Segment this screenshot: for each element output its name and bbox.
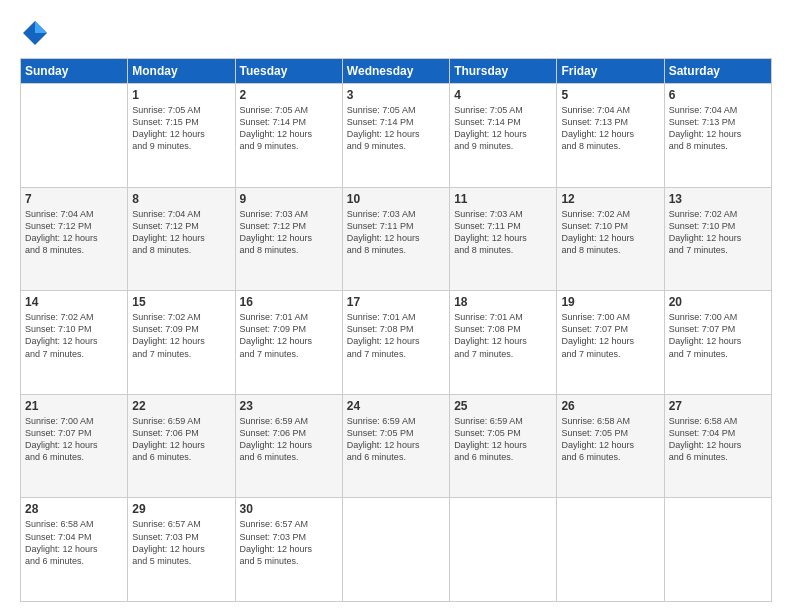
day-number: 17 (347, 295, 445, 309)
day-number: 18 (454, 295, 552, 309)
calendar-cell (342, 498, 449, 602)
calendar-cell: 10Sunrise: 7:03 AM Sunset: 7:11 PM Dayli… (342, 187, 449, 291)
calendar-cell: 29Sunrise: 6:57 AM Sunset: 7:03 PM Dayli… (128, 498, 235, 602)
calendar-cell: 28Sunrise: 6:58 AM Sunset: 7:04 PM Dayli… (21, 498, 128, 602)
svg-marker-1 (35, 21, 47, 33)
calendar-cell: 14Sunrise: 7:02 AM Sunset: 7:10 PM Dayli… (21, 291, 128, 395)
weekday-header: Friday (557, 59, 664, 84)
day-number: 2 (240, 88, 338, 102)
day-number: 7 (25, 192, 123, 206)
calendar-cell: 15Sunrise: 7:02 AM Sunset: 7:09 PM Dayli… (128, 291, 235, 395)
day-number: 13 (669, 192, 767, 206)
day-info: Sunrise: 6:58 AM Sunset: 7:04 PM Dayligh… (25, 518, 123, 567)
day-info: Sunrise: 6:58 AM Sunset: 7:04 PM Dayligh… (669, 415, 767, 464)
day-number: 15 (132, 295, 230, 309)
day-info: Sunrise: 7:03 AM Sunset: 7:12 PM Dayligh… (240, 208, 338, 257)
day-number: 23 (240, 399, 338, 413)
day-number: 6 (669, 88, 767, 102)
day-info: Sunrise: 6:59 AM Sunset: 7:05 PM Dayligh… (454, 415, 552, 464)
logo (20, 18, 56, 48)
calendar-cell: 30Sunrise: 6:57 AM Sunset: 7:03 PM Dayli… (235, 498, 342, 602)
calendar-cell: 17Sunrise: 7:01 AM Sunset: 7:08 PM Dayli… (342, 291, 449, 395)
day-info: Sunrise: 6:58 AM Sunset: 7:05 PM Dayligh… (561, 415, 659, 464)
day-info: Sunrise: 7:00 AM Sunset: 7:07 PM Dayligh… (561, 311, 659, 360)
day-number: 8 (132, 192, 230, 206)
header (20, 18, 772, 48)
calendar-week-row: 1Sunrise: 7:05 AM Sunset: 7:15 PM Daylig… (21, 84, 772, 188)
calendar-cell: 5Sunrise: 7:04 AM Sunset: 7:13 PM Daylig… (557, 84, 664, 188)
day-number: 16 (240, 295, 338, 309)
calendar-week-row: 28Sunrise: 6:58 AM Sunset: 7:04 PM Dayli… (21, 498, 772, 602)
weekday-header: Wednesday (342, 59, 449, 84)
calendar-cell (664, 498, 771, 602)
calendar-header-row: SundayMondayTuesdayWednesdayThursdayFrid… (21, 59, 772, 84)
calendar-week-row: 7Sunrise: 7:04 AM Sunset: 7:12 PM Daylig… (21, 187, 772, 291)
day-number: 30 (240, 502, 338, 516)
calendar-cell: 16Sunrise: 7:01 AM Sunset: 7:09 PM Dayli… (235, 291, 342, 395)
day-number: 22 (132, 399, 230, 413)
calendar-cell: 25Sunrise: 6:59 AM Sunset: 7:05 PM Dayli… (450, 394, 557, 498)
day-info: Sunrise: 7:05 AM Sunset: 7:14 PM Dayligh… (347, 104, 445, 153)
logo-icon (20, 18, 50, 48)
day-info: Sunrise: 7:02 AM Sunset: 7:10 PM Dayligh… (25, 311, 123, 360)
day-number: 11 (454, 192, 552, 206)
calendar-cell: 12Sunrise: 7:02 AM Sunset: 7:10 PM Dayli… (557, 187, 664, 291)
calendar-cell: 26Sunrise: 6:58 AM Sunset: 7:05 PM Dayli… (557, 394, 664, 498)
day-number: 25 (454, 399, 552, 413)
day-number: 20 (669, 295, 767, 309)
day-number: 19 (561, 295, 659, 309)
calendar-cell: 11Sunrise: 7:03 AM Sunset: 7:11 PM Dayli… (450, 187, 557, 291)
day-info: Sunrise: 7:02 AM Sunset: 7:10 PM Dayligh… (669, 208, 767, 257)
day-info: Sunrise: 7:01 AM Sunset: 7:09 PM Dayligh… (240, 311, 338, 360)
day-info: Sunrise: 7:00 AM Sunset: 7:07 PM Dayligh… (669, 311, 767, 360)
calendar-cell: 19Sunrise: 7:00 AM Sunset: 7:07 PM Dayli… (557, 291, 664, 395)
calendar-cell: 18Sunrise: 7:01 AM Sunset: 7:08 PM Dayli… (450, 291, 557, 395)
calendar-cell: 6Sunrise: 7:04 AM Sunset: 7:13 PM Daylig… (664, 84, 771, 188)
calendar-cell: 22Sunrise: 6:59 AM Sunset: 7:06 PM Dayli… (128, 394, 235, 498)
day-info: Sunrise: 7:02 AM Sunset: 7:09 PM Dayligh… (132, 311, 230, 360)
calendar-cell: 13Sunrise: 7:02 AM Sunset: 7:10 PM Dayli… (664, 187, 771, 291)
calendar-cell: 3Sunrise: 7:05 AM Sunset: 7:14 PM Daylig… (342, 84, 449, 188)
day-number: 9 (240, 192, 338, 206)
day-info: Sunrise: 6:57 AM Sunset: 7:03 PM Dayligh… (132, 518, 230, 567)
day-number: 26 (561, 399, 659, 413)
calendar-cell: 8Sunrise: 7:04 AM Sunset: 7:12 PM Daylig… (128, 187, 235, 291)
day-number: 3 (347, 88, 445, 102)
day-info: Sunrise: 7:05 AM Sunset: 7:14 PM Dayligh… (240, 104, 338, 153)
day-info: Sunrise: 7:04 AM Sunset: 7:12 PM Dayligh… (132, 208, 230, 257)
day-number: 12 (561, 192, 659, 206)
day-info: Sunrise: 6:59 AM Sunset: 7:06 PM Dayligh… (240, 415, 338, 464)
calendar-week-row: 14Sunrise: 7:02 AM Sunset: 7:10 PM Dayli… (21, 291, 772, 395)
calendar-table: SundayMondayTuesdayWednesdayThursdayFrid… (20, 58, 772, 602)
day-number: 24 (347, 399, 445, 413)
page: SundayMondayTuesdayWednesdayThursdayFrid… (0, 0, 792, 612)
calendar-cell: 7Sunrise: 7:04 AM Sunset: 7:12 PM Daylig… (21, 187, 128, 291)
day-info: Sunrise: 6:57 AM Sunset: 7:03 PM Dayligh… (240, 518, 338, 567)
weekday-header: Saturday (664, 59, 771, 84)
day-info: Sunrise: 7:00 AM Sunset: 7:07 PM Dayligh… (25, 415, 123, 464)
calendar-week-row: 21Sunrise: 7:00 AM Sunset: 7:07 PM Dayli… (21, 394, 772, 498)
day-number: 27 (669, 399, 767, 413)
calendar-cell (21, 84, 128, 188)
calendar-cell: 9Sunrise: 7:03 AM Sunset: 7:12 PM Daylig… (235, 187, 342, 291)
day-info: Sunrise: 7:04 AM Sunset: 7:13 PM Dayligh… (561, 104, 659, 153)
weekday-header: Thursday (450, 59, 557, 84)
day-number: 10 (347, 192, 445, 206)
calendar-cell: 23Sunrise: 6:59 AM Sunset: 7:06 PM Dayli… (235, 394, 342, 498)
weekday-header: Tuesday (235, 59, 342, 84)
day-number: 21 (25, 399, 123, 413)
day-info: Sunrise: 7:04 AM Sunset: 7:13 PM Dayligh… (669, 104, 767, 153)
weekday-header: Sunday (21, 59, 128, 84)
day-info: Sunrise: 7:03 AM Sunset: 7:11 PM Dayligh… (454, 208, 552, 257)
day-info: Sunrise: 7:03 AM Sunset: 7:11 PM Dayligh… (347, 208, 445, 257)
day-number: 29 (132, 502, 230, 516)
day-info: Sunrise: 6:59 AM Sunset: 7:05 PM Dayligh… (347, 415, 445, 464)
calendar-cell: 4Sunrise: 7:05 AM Sunset: 7:14 PM Daylig… (450, 84, 557, 188)
day-number: 5 (561, 88, 659, 102)
calendar-cell: 21Sunrise: 7:00 AM Sunset: 7:07 PM Dayli… (21, 394, 128, 498)
day-info: Sunrise: 7:04 AM Sunset: 7:12 PM Dayligh… (25, 208, 123, 257)
day-info: Sunrise: 7:01 AM Sunset: 7:08 PM Dayligh… (454, 311, 552, 360)
calendar-cell (557, 498, 664, 602)
day-info: Sunrise: 7:05 AM Sunset: 7:14 PM Dayligh… (454, 104, 552, 153)
day-info: Sunrise: 7:01 AM Sunset: 7:08 PM Dayligh… (347, 311, 445, 360)
